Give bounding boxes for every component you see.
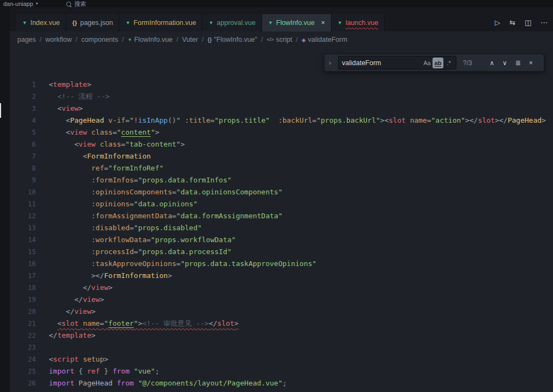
search-icon bbox=[66, 2, 71, 7]
breadcrumb-separator: / bbox=[202, 36, 204, 43]
line-number: 10 bbox=[10, 186, 36, 198]
line-number: 16 bbox=[10, 258, 36, 270]
line-number: 3 bbox=[10, 103, 36, 115]
code-line[interactable]: 6 <view class="tab-content"> bbox=[10, 138, 553, 150]
find-close-button[interactable]: × bbox=[529, 59, 533, 67]
breadcrumb-separator: / bbox=[176, 36, 178, 43]
code-line[interactable]: 26import PageHead from "@/components/lay… bbox=[10, 377, 553, 389]
code-line[interactable]: 11 :opinions="data.opinions" bbox=[10, 198, 553, 210]
chevron-down-icon: ▾ bbox=[36, 1, 38, 7]
code-line[interactable]: 13 :disabled="props.disabled" bbox=[10, 222, 553, 234]
tab-pages-json[interactable]: {}pages.json bbox=[66, 14, 119, 31]
breadcrumb-label: validateForm bbox=[308, 36, 347, 43]
find-previous-button[interactable]: ∧ bbox=[490, 59, 494, 67]
line-content: <template> bbox=[49, 79, 91, 91]
code-line[interactable]: 24<script setup> bbox=[10, 353, 553, 365]
workspace-menu[interactable]: dan-uniapp ▾ bbox=[3, 1, 38, 7]
code-line[interactable]: 20 </view> bbox=[10, 306, 553, 318]
breadcrumb-item[interactable]: components bbox=[81, 36, 118, 43]
run-button[interactable]: ▷ bbox=[495, 18, 500, 28]
code-line[interactable]: 5 <view class="content"> bbox=[10, 127, 553, 138]
tab-forminformation-vue[interactable]: ▼FormInformation.vue bbox=[119, 14, 202, 31]
breadcrumb-item[interactable]: ▼FlowInfo.vue bbox=[128, 36, 173, 43]
code-line[interactable]: 17 ></FormInformation> bbox=[10, 270, 553, 282]
tab-flowinfo-vue[interactable]: ▼FlowInfo.vue× bbox=[262, 14, 332, 31]
code-line[interactable]: 4 <PageHead v-if="!isInApp()" :title="pr… bbox=[10, 115, 553, 127]
whole-word-button[interactable]: ab bbox=[433, 58, 443, 68]
editor[interactable]: 1<template>2 <!-- 流程 -->3 <view>4 <PageH… bbox=[10, 48, 553, 392]
line-number: 21 bbox=[10, 318, 36, 330]
tab-label: Index.vue bbox=[30, 19, 60, 27]
line-content: <FormInformation bbox=[49, 150, 151, 162]
breadcrumb-label: components bbox=[81, 36, 118, 43]
breadcrumb-separator: / bbox=[261, 36, 263, 43]
code-line[interactable]: 18 </view> bbox=[10, 282, 553, 294]
code-line[interactable]: 16 :taskApproveOpinions="props.data.task… bbox=[10, 258, 553, 270]
code-line[interactable]: 22</template> bbox=[10, 330, 553, 342]
close-icon[interactable]: × bbox=[321, 19, 325, 27]
breadcrumb-item[interactable]: pages bbox=[17, 36, 36, 43]
line-number: 2 bbox=[10, 91, 36, 103]
match-case-button[interactable]: Aa bbox=[422, 58, 433, 68]
line-number: 15 bbox=[10, 246, 36, 258]
line-content: </view> bbox=[49, 282, 112, 294]
tab-index-vue[interactable]: ▼Index.vue bbox=[16, 14, 66, 31]
code-line[interactable]: 14 :workflowData="props.workflowData" bbox=[10, 234, 553, 246]
breadcrumb-item[interactable]: Vuter bbox=[182, 36, 198, 43]
find-widget: › Aa ab .* ?/3 ∧ ∨ ≣ × bbox=[324, 54, 544, 72]
vscode-window: dan-uniapp ▾ 搜索 ▼Index.vue{}pages.json▼F… bbox=[0, 0, 553, 392]
line-content: :formInfos="props.data.formInfos" bbox=[49, 174, 232, 186]
code-line[interactable]: 3 <view> bbox=[10, 103, 553, 115]
tab-approval-vue[interactable]: ▼approval.vue bbox=[202, 14, 262, 31]
code-line[interactable]: 9 :formInfos="props.data.formInfos" bbox=[10, 174, 553, 186]
line-content: </view> bbox=[49, 294, 104, 306]
tab-actions: ▷⇆◫⋯ bbox=[495, 18, 548, 28]
line-number: 13 bbox=[10, 222, 36, 234]
find-input[interactable] bbox=[340, 59, 422, 67]
split-editor-button[interactable]: ◫ bbox=[525, 18, 531, 28]
breadcrumb-item[interactable]: ◈validateForm bbox=[302, 36, 347, 43]
tab-label: approval.vue bbox=[217, 19, 256, 27]
find-next-button[interactable]: ∨ bbox=[503, 59, 507, 67]
line-number: 24 bbox=[10, 353, 36, 365]
tab-bar: ▼Index.vue{}pages.json▼FormInformation.v… bbox=[10, 7, 553, 31]
code-line[interactable]: 12 :formAssignmentData="data.formAssignm… bbox=[10, 210, 553, 222]
find-input-wrap: Aa ab .* bbox=[338, 56, 456, 69]
line-number: 18 bbox=[10, 282, 36, 294]
vue-icon: ▼ bbox=[338, 20, 342, 26]
code-line[interactable]: 15 :processId="props.data.processId" bbox=[10, 246, 553, 258]
breadcrumb-item[interactable]: workflow bbox=[46, 36, 72, 43]
line-content: ></FormInformation> bbox=[49, 270, 172, 282]
breadcrumb-label: script bbox=[276, 36, 292, 43]
tab-launch-vue[interactable]: ▼launch.vue bbox=[332, 14, 385, 31]
line-number: 17 bbox=[10, 270, 36, 282]
open-changes-button[interactable]: ⇆ bbox=[510, 18, 516, 28]
breadcrumb-item[interactable]: </>script bbox=[266, 36, 292, 43]
code-line[interactable]: 7 <FormInformation bbox=[10, 150, 553, 162]
toggle-replace-icon[interactable]: › bbox=[329, 59, 334, 67]
code-line[interactable]: 21 <slot name="footer"><!-- 审批意见 --></sl… bbox=[10, 318, 553, 330]
breadcrumb-separator: / bbox=[75, 36, 77, 43]
vue-icon: ▼ bbox=[268, 20, 273, 26]
breadcrumb-separator: / bbox=[40, 36, 41, 43]
line-number: 11 bbox=[10, 198, 36, 210]
breadcrumb-label: "FlowInfo.vue" bbox=[214, 36, 257, 43]
breadcrumb: pages/workflow/components/▼FlowInfo.vue/… bbox=[10, 31, 553, 48]
code-line[interactable]: 8 ref="formInfoRef" bbox=[10, 162, 553, 174]
line-content: <slot name="footer"><!-- 审批意见 --></slot> bbox=[49, 318, 238, 330]
titlebar-search[interactable]: 搜索 bbox=[66, 1, 86, 7]
code-line[interactable]: 1<template> bbox=[10, 79, 553, 91]
regex-button[interactable]: .* bbox=[443, 58, 454, 68]
find-in-selection-button[interactable]: ≣ bbox=[516, 59, 521, 67]
code-line[interactable]: 19 </view> bbox=[10, 294, 553, 306]
breadcrumb-item[interactable]: {}"FlowInfo.vue" bbox=[207, 36, 257, 43]
code-line[interactable]: 25import { ref } from "vue"; bbox=[10, 365, 553, 377]
line-content: <view> bbox=[49, 103, 83, 115]
line-content: :processId="props.data.processId" bbox=[49, 246, 232, 258]
code-line[interactable]: 23 bbox=[10, 342, 553, 353]
code-line[interactable]: 10 :opinionsComponents="data.opinionsCom… bbox=[10, 186, 553, 198]
active-indicator bbox=[0, 103, 1, 118]
more-actions-button[interactable]: ⋯ bbox=[541, 18, 548, 28]
line-number: 25 bbox=[10, 365, 36, 377]
code-line[interactable]: 2 <!-- 流程 --> bbox=[10, 91, 553, 103]
